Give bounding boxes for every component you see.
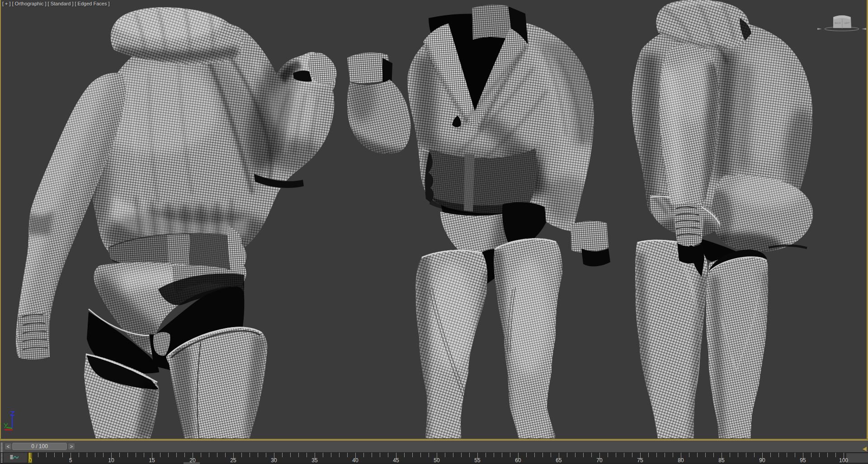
svg-text:BACK: BACK (835, 22, 841, 24)
svg-text:LEFT: LEFT (844, 22, 849, 24)
